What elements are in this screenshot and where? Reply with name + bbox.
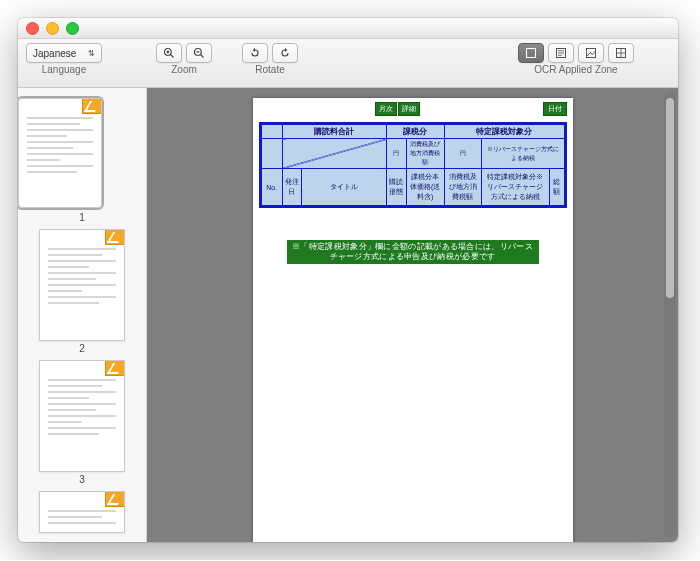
zoom-in-button[interactable]: [156, 43, 182, 63]
rotate-cw-icon: [279, 47, 291, 59]
close-icon[interactable]: [26, 22, 39, 35]
zone-all-icon: [525, 47, 537, 59]
unit-2: 円: [444, 139, 481, 169]
unit-1: 円: [386, 139, 406, 169]
thumbnail-2[interactable]: [39, 229, 125, 341]
ocr-zone-group: OCR Applied Zone: [518, 43, 634, 75]
col-title: タイトル: [302, 169, 387, 206]
document-page: 月次 詳細 日付 購読料合計 課税分 特定課税対象分: [253, 98, 573, 542]
toolbar: Japanese ⇅ Language Zoom: [18, 39, 678, 88]
edit-badge-icon: [105, 230, 124, 245]
ocr-zone-4-button[interactable]: [608, 43, 634, 63]
thumbnail-1[interactable]: [18, 98, 102, 208]
col-no: No.: [261, 169, 282, 206]
svg-line-5: [201, 55, 204, 58]
thumb-preview: [27, 117, 93, 177]
scroll-knob[interactable]: [666, 98, 674, 298]
thumb-preview: [48, 510, 116, 528]
doc-table: 購読料合計 課税分 特定課税対象分 円 消費税及び地方消費税額 円 ※リバースチ…: [259, 122, 567, 208]
edit-badge-icon: [82, 99, 101, 114]
rotate-ccw-icon: [249, 47, 261, 59]
thumbnail-3-label: 3: [18, 474, 146, 485]
col-total: 総額: [549, 169, 564, 206]
doc-stamp: 日付: [543, 102, 567, 116]
doc-tab-2: 詳細: [398, 102, 420, 116]
rotate-caption: Rotate: [255, 64, 284, 75]
col-date: 発注日: [282, 169, 301, 206]
col-tax: 消費税及び地方消費税額: [444, 169, 481, 206]
ocr-caption: OCR Applied Zone: [534, 64, 617, 75]
thumbnail-3[interactable]: [39, 360, 125, 472]
rotate-group: Rotate: [242, 43, 298, 75]
zoom-in-icon: [163, 47, 175, 59]
svg-rect-7: [527, 49, 536, 58]
zoom-out-button[interactable]: [186, 43, 212, 63]
ocr-zone-2-button[interactable]: [548, 43, 574, 63]
zoom-group: Zoom: [156, 43, 212, 75]
language-value: Japanese: [33, 48, 76, 59]
hdr-sub1: 消費税及び地方消費税額: [406, 139, 444, 169]
zoom-caption: Zoom: [171, 64, 197, 75]
edit-badge-icon: [105, 492, 124, 507]
col-type: 購読形態: [386, 169, 406, 206]
col-special: 特定課税対象分※リバースチャージ方式による納税: [482, 169, 550, 206]
minimize-icon[interactable]: [46, 22, 59, 35]
hdr-tax: 課税分: [386, 125, 444, 139]
col-price: 課税分本体価格(送料含): [406, 169, 444, 206]
thumbnail-sidebar[interactable]: 1 2 3: [18, 88, 147, 542]
language-caption: Language: [42, 64, 87, 75]
app-window: Japanese ⇅ Language Zoom: [18, 18, 678, 542]
hdr-total: 購読料合計: [282, 125, 386, 139]
page-viewer[interactable]: 月次 詳細 日付 購読料合計 課税分 特定課税対象分: [147, 88, 678, 542]
zone-image-icon: [585, 47, 597, 59]
zoom-out-icon: [193, 47, 205, 59]
titlebar: [18, 18, 678, 39]
hdr-special: 特定課税対象分: [444, 125, 564, 139]
body: 1 2 3: [18, 88, 678, 542]
maximize-icon[interactable]: [66, 22, 79, 35]
zone-text-icon: [555, 47, 567, 59]
doc-footer-note: ※「特定課税対象分」欄に金額の記載がある場合には、リバースチャージ方式による申告…: [287, 240, 539, 264]
doc-tabs: 月次 詳細: [375, 102, 420, 116]
ocr-zone-3-button[interactable]: [578, 43, 604, 63]
hdr-sub2: ※リバースチャージ方式による納税: [482, 139, 564, 169]
thumbnail-1-label: 1: [18, 212, 146, 223]
doc-tab-1: 月次: [375, 102, 397, 116]
chevron-updown-icon: ⇅: [88, 49, 95, 58]
rotate-ccw-button[interactable]: [242, 43, 268, 63]
thumbnail-4[interactable]: [39, 491, 125, 533]
rotate-cw-button[interactable]: [272, 43, 298, 63]
language-select[interactable]: Japanese ⇅: [26, 43, 102, 63]
language-group: Japanese ⇅ Language: [26, 43, 102, 75]
thumb-preview: [48, 248, 116, 308]
edit-badge-icon: [105, 361, 124, 376]
thumb-preview: [48, 379, 116, 439]
zone-table-icon: [615, 47, 627, 59]
vertical-scrollbar[interactable]: [664, 92, 676, 538]
thumbnail-2-label: 2: [18, 343, 146, 354]
svg-line-1: [171, 55, 174, 58]
ocr-zone-1-button[interactable]: [518, 43, 544, 63]
